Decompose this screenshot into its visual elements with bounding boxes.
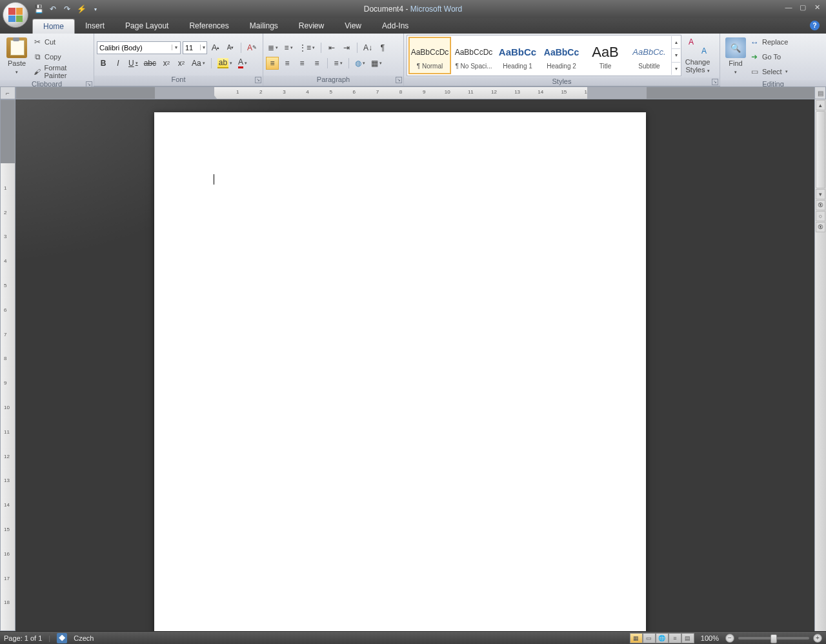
outline-view[interactable]: ≡ (669, 633, 681, 643)
zoom-in-button[interactable]: + (813, 634, 822, 643)
gallery-down-icon[interactable]: ▾ (672, 49, 680, 62)
underline-button[interactable]: U▾ (126, 57, 140, 70)
strike-button[interactable]: abc (142, 57, 158, 70)
shrink-font-button[interactable]: A▾ (224, 41, 237, 54)
web-view[interactable]: 🌐 (656, 633, 669, 643)
ruler-toggle[interactable]: ▤ (814, 86, 826, 99)
redo-icon[interactable]: ↷ (62, 4, 72, 14)
cut-button[interactable]: Cut (31, 35, 91, 49)
fullscreen-view[interactable]: ▭ (643, 633, 656, 643)
language-status[interactable]: Czech (74, 634, 94, 642)
next-page-icon[interactable]: ⦿ (816, 222, 825, 232)
print-layout-view[interactable]: ▦ (630, 633, 643, 643)
font-color-button[interactable]: A▾ (236, 57, 249, 70)
grow-font-button[interactable]: A▴ (209, 41, 222, 54)
copy-button[interactable]: Copy (31, 50, 91, 64)
tab-selector[interactable]: ⌐ (0, 86, 15, 99)
undo-icon[interactable]: ↶ (48, 4, 58, 14)
page-status[interactable]: Page: 1 of 1 (4, 634, 42, 642)
replace-icon (750, 37, 760, 47)
tab-insert[interactable]: Insert (75, 19, 115, 34)
chevron-down-icon[interactable]: ▾ (172, 45, 180, 50)
font-name-combo[interactable]: ▾ (97, 41, 181, 54)
tab-view[interactable]: View (334, 19, 372, 34)
replace-button[interactable]: Replace (749, 35, 823, 49)
save-icon[interactable]: 💾 (34, 4, 44, 14)
justify-button[interactable]: ≡ (310, 57, 323, 70)
dec-indent-button[interactable]: ⇤ (325, 41, 338, 54)
scroll-thumb[interactable] (816, 111, 825, 188)
style-subtitle[interactable]: AaBbCc.Subtitle (628, 37, 670, 74)
brush-icon (32, 66, 43, 77)
vertical-ruler[interactable]: 123456789101112131415161718 (0, 99, 15, 631)
change-styles-button[interactable]: Change Styles ▾ (681, 35, 714, 76)
scroll-down-icon[interactable]: ▾ (816, 189, 825, 199)
zoom-track[interactable] (738, 637, 809, 639)
styles-gallery[interactable]: AaBbCcDc¶ NormalAaBbCcDc¶ No Spaci...AaB… (407, 35, 681, 76)
inc-indent-button[interactable]: ⇥ (340, 41, 353, 54)
bullets-button[interactable]: ≣▾ (266, 41, 280, 54)
italic-button[interactable]: I (112, 57, 125, 70)
line-spacing-button[interactable]: ≡▾ (332, 57, 345, 70)
goto-button[interactable]: Go To (749, 50, 823, 64)
zoom-slider[interactable]: − + (725, 634, 822, 643)
bold-button[interactable]: B (97, 57, 110, 70)
format-painter-button[interactable]: Format Painter (31, 65, 91, 79)
browse-object-icon[interactable]: ○ (816, 211, 825, 221)
help-icon[interactable]: ? (810, 21, 820, 30)
maximize-button[interactable]: ▢ (798, 3, 808, 12)
multilevel-button[interactable]: ⋮≡▾ (297, 41, 317, 54)
paragraph-launcher[interactable]: ↘ (396, 77, 402, 83)
superscript-button[interactable]: x2 (175, 57, 188, 70)
shading-button[interactable]: ◍▾ (353, 57, 367, 70)
borders-button[interactable]: ▦▾ (369, 57, 384, 70)
styles-launcher[interactable]: ↘ (712, 79, 718, 85)
tab-page-layout[interactable]: Page Layout (115, 19, 179, 34)
tab-mailings[interactable]: Mailings (239, 19, 288, 34)
font-launcher[interactable]: ↘ (255, 77, 261, 83)
group-editing: Find▾ Replace Go To Select ▾ Editing (720, 34, 826, 86)
scroll-up-icon[interactable]: ▴ (816, 100, 825, 110)
style-heading-2[interactable]: AaBbCcHeading 2 (540, 37, 583, 74)
horizontal-ruler[interactable]: 21123456789101112131415161718 (15, 86, 826, 99)
vertical-scrollbar[interactable]: ▴ ▾ ⦿ ○ ⦿ (814, 99, 826, 631)
font-name-input[interactable] (97, 44, 172, 52)
style-heading-1[interactable]: AaBbCcHeading 1 (496, 37, 539, 74)
change-case-button[interactable]: Aa▾ (190, 57, 207, 70)
tab-references[interactable]: References (179, 19, 239, 34)
find-button[interactable]: Find▾ (723, 35, 749, 79)
draft-view[interactable]: ▤ (681, 633, 694, 643)
document-canvas[interactable] (15, 99, 814, 631)
style--normal[interactable]: AaBbCcDc¶ Normal (408, 37, 451, 74)
office-button[interactable] (3, 2, 28, 28)
quickprint-icon[interactable]: ⚡ (76, 4, 86, 14)
align-right-button[interactable]: ≡ (296, 57, 308, 70)
subscript-button[interactable]: x2 (160, 57, 173, 70)
paste-button[interactable]: Paste▾ (3, 35, 31, 79)
font-size-combo[interactable]: ▾ (183, 41, 207, 54)
gallery-more-icon[interactable]: ▾ (672, 63, 680, 75)
page[interactable] (154, 112, 646, 631)
align-center-button[interactable]: ≡ (281, 57, 294, 70)
chevron-down-icon[interactable]: ▾ (200, 45, 206, 50)
zoom-out-button[interactable]: − (725, 634, 734, 643)
gallery-up-icon[interactable]: ▴ (672, 36, 680, 49)
align-left-button[interactable]: ≡ (266, 57, 279, 70)
zoom-label[interactable]: 100% (701, 634, 719, 642)
tab-review[interactable]: Review (288, 19, 334, 34)
tab-home[interactable]: Home (32, 19, 75, 34)
style-title[interactable]: AaBTitle (584, 37, 627, 74)
select-button[interactable]: Select ▾ (749, 65, 823, 79)
highlight-button[interactable]: ab▾ (216, 57, 234, 70)
prev-page-icon[interactable]: ⦿ (816, 200, 825, 210)
numbering-button[interactable]: ≡▾ (282, 41, 295, 54)
show-marks-button[interactable]: ¶ (376, 41, 389, 54)
qat-menu-icon[interactable]: ▾ (90, 4, 101, 14)
style--no-spaci-[interactable]: AaBbCcDc¶ No Spaci... (452, 37, 495, 74)
close-button[interactable]: ✕ (812, 3, 822, 12)
minimize-button[interactable]: — (783, 3, 794, 12)
clear-format-button[interactable]: A✎ (245, 41, 259, 54)
font-size-input[interactable] (183, 44, 200, 52)
sort-button[interactable]: A↓ (361, 41, 374, 54)
tab-add-ins[interactable]: Add-Ins (372, 19, 419, 34)
